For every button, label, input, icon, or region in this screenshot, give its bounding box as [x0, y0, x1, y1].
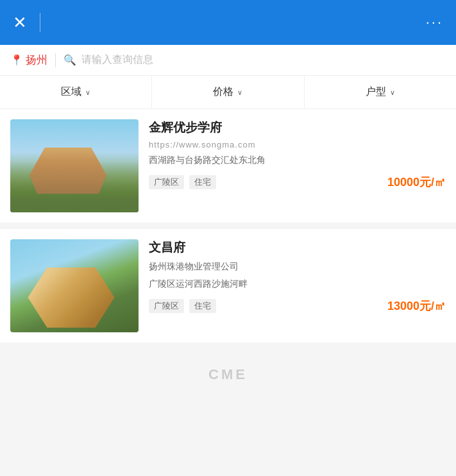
search-icon: 🔍 [63, 54, 76, 66]
property-image-1 [10, 119, 139, 212]
filter-type-chevron: ∨ [390, 89, 395, 97]
tag-type-2: 住宅 [189, 299, 216, 313]
location-tag[interactable]: 📍 扬州 [10, 53, 47, 67]
property-price-1: 10000元/㎡ [387, 174, 446, 190]
property-address-1: 西湖路与台扬路交汇处东北角 [149, 153, 446, 167]
property-price-2: 13000元/㎡ [387, 298, 446, 314]
property-tags-1: 广陵区 住宅 [149, 175, 216, 189]
tag-type-1: 住宅 [189, 175, 216, 189]
app-header: ✕ ··· [0, 0, 456, 45]
header-divider [40, 13, 40, 32]
bottom-watermark: CME [208, 366, 248, 383]
search-input-area[interactable]: 🔍 请输入查询信息 [63, 53, 446, 67]
filter-price-label: 价格 [213, 85, 233, 99]
filter-area-label: 区域 [61, 85, 81, 99]
property-address-2: 广陵区运河西路沙施河畔 [149, 277, 446, 291]
property-tags-2: 广陵区 住宅 [149, 299, 216, 313]
filter-type-label: 户型 [366, 85, 386, 99]
header-left: ✕ [13, 13, 40, 33]
search-placeholder: 请输入查询信息 [81, 53, 153, 67]
property-image-2 [10, 239, 139, 332]
tag-area-1: 广陵区 [149, 175, 184, 189]
property-tags-price-2: 广陵区 住宅 13000元/㎡ [149, 298, 446, 314]
property-name-1: 金辉优步学府 [149, 119, 446, 136]
tag-area-2: 广陵区 [149, 299, 184, 313]
property-name-2: 文昌府 [149, 239, 446, 256]
property-list: 金辉优步学府 https://www.songma.com 西湖路与台扬路交汇处… [0, 109, 456, 343]
location-icon: 📍 [10, 54, 23, 66]
filter-price[interactable]: 价格 ∨ [152, 76, 304, 108]
search-bar: 📍 扬州 🔍 请输入查询信息 [0, 45, 456, 76]
filter-area[interactable]: 区域 ∨ [0, 76, 152, 108]
filter-type[interactable]: 户型 ∨ [305, 76, 456, 108]
filter-area-chevron: ∨ [85, 89, 90, 97]
property-company-2: 扬州珠港物业管理公司 [149, 260, 446, 273]
filter-bar: 区域 ∨ 价格 ∨ 户型 ∨ [0, 76, 456, 109]
location-label: 扬州 [26, 53, 47, 67]
search-divider [55, 53, 56, 67]
close-icon[interactable]: ✕ [13, 13, 27, 33]
filter-price-chevron: ∨ [237, 89, 242, 97]
property-watermark-1: https://www.songma.com [149, 140, 446, 149]
bottom-area: CME [0, 349, 456, 400]
property-info-1: 金辉优步学府 https://www.songma.com 西湖路与台扬路交汇处… [149, 119, 446, 190]
property-card-1[interactable]: 金辉优步学府 https://www.songma.com 西湖路与台扬路交汇处… [0, 109, 456, 223]
property-card-2[interactable]: 文昌府 扬州珠港物业管理公司 广陵区运河西路沙施河畔 广陵区 住宅 13000元… [0, 229, 456, 343]
header-right: ··· [426, 14, 443, 31]
property-tags-price-1: 广陵区 住宅 10000元/㎡ [149, 174, 446, 190]
more-icon[interactable]: ··· [426, 14, 443, 31]
property-info-2: 文昌府 扬州珠港物业管理公司 广陵区运河西路沙施河畔 广陵区 住宅 13000元… [149, 239, 446, 314]
